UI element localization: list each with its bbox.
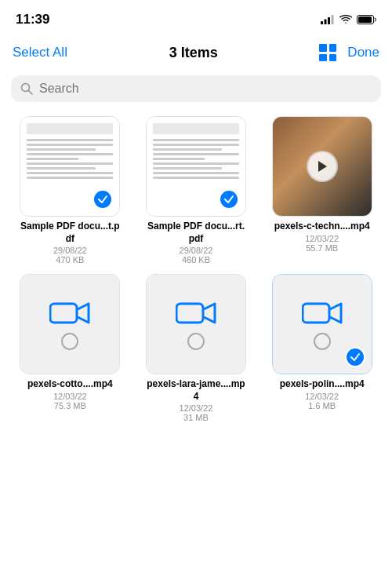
file-size: 460 KB — [146, 255, 246, 264]
status-icons — [321, 15, 376, 24]
search-input[interactable] — [39, 82, 372, 96]
search-icon — [20, 82, 33, 95]
file-thumbnail — [20, 116, 120, 217]
file-item[interactable]: pexels-c-techn....mp4 12/03/22 55.7 MB — [263, 116, 381, 264]
file-date: 12/03/22 — [272, 234, 372, 243]
file-name: Sample PDF docu...t.pdf — [20, 221, 120, 245]
video-camera-icon — [176, 298, 216, 328]
svg-rect-11 — [303, 304, 329, 323]
signal-icon — [321, 15, 335, 24]
svg-rect-9 — [50, 304, 77, 323]
file-thumbnail — [146, 116, 246, 217]
file-date: 12/03/22 — [272, 392, 372, 401]
file-name: pexels-lara-jame....mp4 — [146, 378, 246, 403]
toolbar: Select All 3 Items Done — [0, 35, 392, 72]
file-thumbnail — [272, 116, 372, 217]
file-item[interactable]: pexels-polin....mp4 12/03/22 1.6 MB — [263, 274, 381, 422]
file-size: 55.7 MB — [272, 243, 372, 253]
file-date: 29/08/22 — [20, 246, 120, 255]
video-circle — [314, 333, 331, 350]
svg-rect-2 — [328, 17, 330, 24]
status-bar: 11:39 — [0, 0, 392, 35]
file-label: Sample PDF docu...rt.pdf 29/08/22 460 KB — [146, 221, 246, 264]
grid-view-button[interactable] — [319, 44, 336, 61]
play-button — [307, 151, 338, 182]
file-date: 12/03/22 — [146, 403, 246, 413]
video-camera-icon — [302, 298, 343, 328]
file-name: pexels-polin....mp4 — [272, 378, 372, 391]
file-thumbnail — [20, 274, 120, 374]
status-time: 11:39 — [16, 12, 49, 27]
toolbar-right: Done — [319, 44, 379, 61]
file-size: 31 MB — [146, 413, 246, 422]
search-wrapper — [0, 72, 392, 110]
video-circle — [187, 333, 205, 350]
done-button[interactable]: Done — [347, 45, 379, 60]
file-item[interactable]: Sample PDF docu...t.pdf 29/08/22 470 KB — [11, 116, 129, 264]
svg-line-7 — [29, 91, 33, 95]
file-label: pexels-lara-jame....mp4 12/03/22 31 MB — [146, 378, 246, 422]
file-size: 1.6 MB — [272, 401, 372, 410]
svg-rect-1 — [325, 20, 327, 25]
file-name: pexels-cotto....mp4 — [20, 378, 120, 391]
file-size: 75.3 MB — [20, 401, 120, 410]
video-camera-icon — [49, 298, 90, 328]
selected-badge — [219, 189, 239, 210]
file-label: Sample PDF docu...t.pdf 29/08/22 470 KB — [20, 221, 120, 264]
selected-badge — [345, 347, 365, 367]
file-item[interactable]: pexels-cotto....mp4 12/03/22 75.3 MB — [11, 274, 129, 422]
file-date: 12/03/22 — [20, 392, 120, 401]
svg-rect-3 — [332, 15, 334, 24]
file-name: Sample PDF docu...rt.pdf — [146, 221, 246, 245]
select-all-button[interactable]: Select All — [13, 45, 67, 60]
wifi-icon — [339, 15, 352, 24]
video-circle — [61, 333, 78, 350]
svg-marker-8 — [318, 161, 327, 172]
file-name: pexels-c-techn....mp4 — [272, 221, 372, 233]
file-thumbnail — [146, 274, 246, 374]
file-date: 29/08/22 — [146, 246, 246, 255]
svg-rect-10 — [176, 304, 203, 323]
selected-badge — [93, 189, 113, 210]
file-label: pexels-cotto....mp4 12/03/22 75.3 MB — [20, 378, 120, 410]
file-item[interactable]: Sample PDF docu...rt.pdf 29/08/22 460 KB — [137, 116, 256, 264]
file-item[interactable]: pexels-lara-jame....mp4 12/03/22 31 MB — [137, 274, 256, 422]
file-label: pexels-c-techn....mp4 12/03/22 55.7 MB — [272, 221, 372, 253]
svg-rect-0 — [321, 21, 323, 24]
file-grid: Sample PDF docu...t.pdf 29/08/22 470 KB — [0, 110, 392, 422]
svg-rect-5 — [358, 16, 372, 23]
file-label: pexels-polin....mp4 12/03/22 1.6 MB — [272, 378, 372, 410]
search-bar — [11, 75, 381, 102]
file-thumbnail — [272, 274, 372, 374]
battery-icon — [357, 15, 376, 24]
toolbar-title: 3 Items — [169, 45, 218, 61]
file-size: 470 KB — [20, 255, 120, 264]
